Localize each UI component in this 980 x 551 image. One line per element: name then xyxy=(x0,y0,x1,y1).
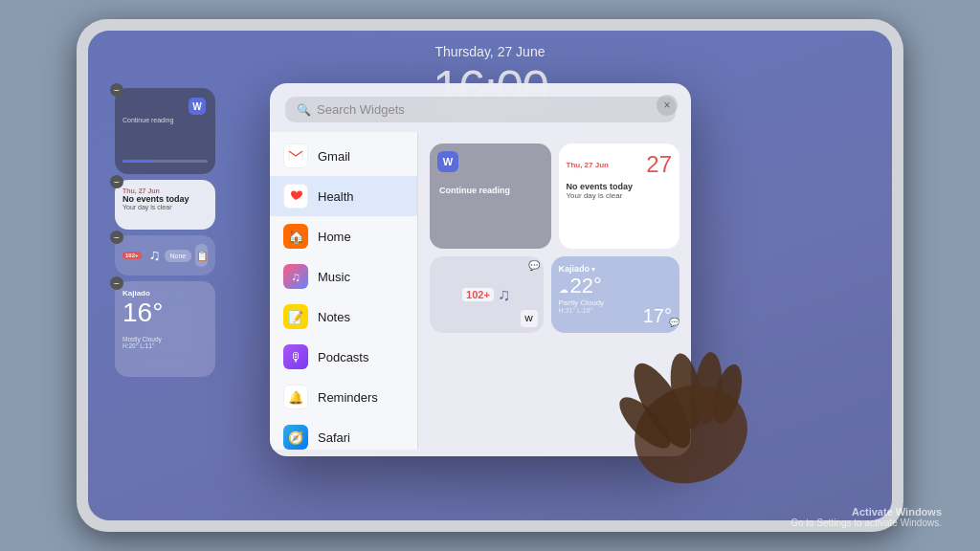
app-list-item-music[interactable]: ♫ Music xyxy=(270,256,417,297)
music-label: Music xyxy=(318,270,350,284)
panel-header: 🔍 Search Widgets × xyxy=(270,83,691,132)
app-list-item-gmail[interactable]: Gmail xyxy=(270,136,417,176)
weather-temperature: 16° xyxy=(122,299,208,326)
preview-weather-location: Kajiado xyxy=(559,264,590,274)
calendar-sub-text: Your day is clear xyxy=(122,204,208,210)
preview-messenger-icon: 💬 xyxy=(528,260,540,271)
preview-reading-widget[interactable]: W Continue reading xyxy=(430,143,551,249)
app-list-item-podcasts[interactable]: 🎙 Podcasts xyxy=(270,337,417,377)
podcasts-label: Podcasts xyxy=(318,350,368,364)
top-date: Thursday, 27 June xyxy=(88,44,892,59)
weather-location: Kajiado xyxy=(122,289,208,298)
home-label: Home xyxy=(318,230,351,244)
preview-cal-main: No events today xyxy=(567,182,673,191)
reminders-icon: 🔔 xyxy=(283,385,308,409)
preview-cal-num: 27 xyxy=(646,151,672,178)
reading-progress-bar xyxy=(122,160,208,163)
minus-btn-music[interactable]: − xyxy=(110,231,123,244)
safari-label: Safari xyxy=(318,430,350,445)
notes-label: Notes xyxy=(318,310,350,324)
preview-weather-temp: 22° xyxy=(570,274,602,298)
widget-preview-area: W Continue reading Thu, 27 Jun 27 No eve… xyxy=(418,132,691,450)
health-icon xyxy=(283,184,308,209)
app-list-item-health[interactable]: Health xyxy=(270,176,417,216)
preview-cal-sub: Your day is clear xyxy=(567,191,673,200)
calendar-widget[interactable]: − Thu, 27 Jun No events today Your day i… xyxy=(115,180,215,230)
preview-reading-text: Continue reading xyxy=(439,186,542,197)
ipad-frame: Thursday, 27 June 16:00 − W Continue rea… xyxy=(77,19,903,532)
preview-music-badge: 102+ xyxy=(462,288,494,301)
weather-range: H:20° L:11° xyxy=(122,342,208,349)
health-label: Health xyxy=(318,189,354,204)
ipad-screen: Thursday, 27 June 16:00 − W Continue rea… xyxy=(88,31,892,520)
minus-btn-weather[interactable]: − xyxy=(110,276,123,290)
music-note-icon: ♫ xyxy=(149,247,161,264)
gmail-label: Gmail xyxy=(318,149,350,164)
app-list-item-home[interactable]: 🏠 Home xyxy=(270,216,417,256)
weather-widget[interactable]: − Kajiado 16° Mostly Cloudy H:20° L:11° xyxy=(115,281,215,377)
music-widget[interactable]: − 102+ ♫ None 📋 xyxy=(115,235,215,276)
gmail-icon xyxy=(283,143,308,168)
search-bar[interactable]: 🔍 Search Widgets xyxy=(285,97,676,122)
preview-weather-temp-large: 17° xyxy=(643,305,672,327)
reading-bar-fill xyxy=(122,160,152,163)
calendar-day-label: Thu, 27 Jun xyxy=(122,187,208,194)
preview-cal-day: Thu, 27 Jun xyxy=(567,161,609,169)
preview-row2: 102+ ♫ W 💬 Kajiado ▾ ☁ xyxy=(430,256,679,333)
minus-btn-calendar[interactable]: − xyxy=(110,175,123,188)
safari-icon: 🧭 xyxy=(283,425,308,450)
music-badge: 102+ xyxy=(122,252,142,259)
app-list-item-safari[interactable]: 🧭 Safari xyxy=(270,417,417,450)
search-placeholder: Search Widgets xyxy=(317,102,405,117)
preview-calendar-widget[interactable]: Thu, 27 Jun 27 No events today Your day … xyxy=(559,143,680,249)
calendar-main-text: No events today xyxy=(122,194,208,204)
notes-app-icon: 📝 xyxy=(283,304,308,329)
widget-panel: 🔍 Search Widgets × Gmail xyxy=(270,83,691,456)
panel-content: Gmail Health 🏠 Home xyxy=(270,132,691,450)
left-widgets-panel: − W Continue reading − Thu, 27 Jun No ev… xyxy=(115,88,215,377)
notes-icon-small: 📋 xyxy=(195,244,208,267)
app-list: Gmail Health 🏠 Home xyxy=(270,132,418,450)
podcasts-icon: 🎙 xyxy=(283,344,308,369)
preview-weather-cloud: ☁ xyxy=(559,284,568,295)
preview-music-note: ♫ xyxy=(498,285,511,305)
preview-w-logo: W xyxy=(437,151,458,172)
weather-description: Mostly Cloudy xyxy=(122,336,208,342)
reading-label: Continue reading xyxy=(122,117,208,123)
preview-music-widget[interactable]: 102+ ♫ W 💬 xyxy=(430,256,544,333)
close-button[interactable]: × xyxy=(657,95,678,116)
app-list-item-reminders[interactable]: 🔔 Reminders xyxy=(270,377,417,417)
preview-weather-widget[interactable]: Kajiado ▾ ☁ 22° Partly Cloudy H:31° L:18… xyxy=(551,256,680,333)
search-icon: 🔍 xyxy=(297,103,311,117)
home-icon: 🏠 xyxy=(283,224,308,249)
preview-messenger-icon2: 💬 xyxy=(669,318,679,327)
app-list-item-notes[interactable]: 📝 Notes xyxy=(270,297,417,337)
music-none-button[interactable]: None xyxy=(165,250,192,262)
music-app-icon: ♫ xyxy=(283,264,308,289)
reminders-label: Reminders xyxy=(318,390,378,405)
preview-w-small: W xyxy=(521,310,538,327)
